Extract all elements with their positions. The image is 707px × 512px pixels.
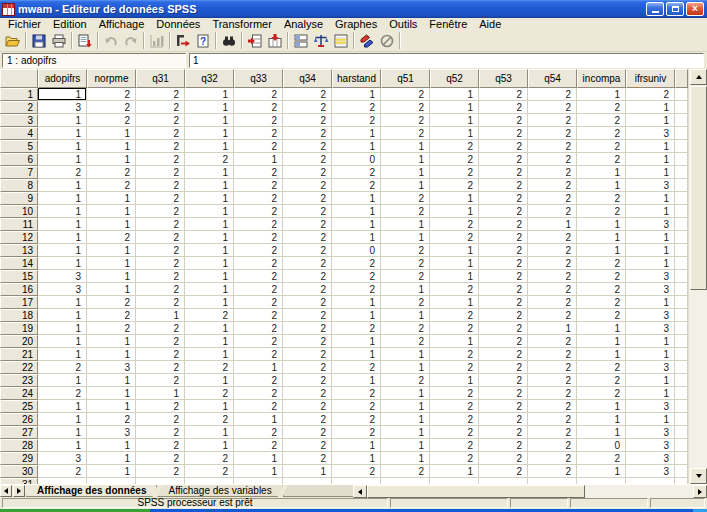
cell-r6-q52[interactable]: 2 xyxy=(430,153,479,166)
cell-r4-q31[interactable]: 2 xyxy=(136,127,185,140)
cell-r10-harstand[interactable]: 1 xyxy=(332,205,381,218)
cell-r28-adopifrs[interactable]: 1 xyxy=(38,439,87,452)
cell-r25-q54[interactable]: 2 xyxy=(528,400,577,413)
row-header-26[interactable]: 26 xyxy=(0,413,38,426)
cell-r3-harstand[interactable]: 2 xyxy=(332,114,381,127)
cell-r5-q32[interactable]: 1 xyxy=(185,140,234,153)
print-button[interactable] xyxy=(49,31,69,51)
cell-r25-q33[interactable]: 2 xyxy=(234,400,283,413)
cell-r28-q34[interactable]: 2 xyxy=(283,439,332,452)
cell-r27-incompa[interactable]: 1 xyxy=(577,426,626,439)
cell-r13-adopifrs[interactable]: 1 xyxy=(38,244,87,257)
cell-r15-incompa[interactable]: 2 xyxy=(577,270,626,283)
cell-r9-q51[interactable]: 2 xyxy=(381,192,430,205)
cell-r26-q31[interactable]: 2 xyxy=(136,413,185,426)
cell-r22-q53[interactable]: 2 xyxy=(479,361,528,374)
cell-r20-q34[interactable]: 2 xyxy=(283,335,332,348)
cell-r14-q34[interactable]: 2 xyxy=(283,257,332,270)
cell-r16-q51[interactable]: 1 xyxy=(381,283,430,296)
cell-r13-q54[interactable]: 2 xyxy=(528,244,577,257)
cell-r21-q53[interactable]: 2 xyxy=(479,348,528,361)
cell-r15-q53[interactable]: 2 xyxy=(479,270,528,283)
cell-r17-harstand[interactable]: 1 xyxy=(332,296,381,309)
column-header-q52[interactable]: q52 xyxy=(430,69,479,88)
cell-r5-harstand[interactable]: 1 xyxy=(332,140,381,153)
cell-r29-q52[interactable]: 2 xyxy=(430,452,479,465)
cell-r29-q54[interactable]: 2 xyxy=(528,452,577,465)
cell-r17-q32[interactable]: 1 xyxy=(185,296,234,309)
cell-r12-q51[interactable]: 1 xyxy=(381,231,430,244)
cell-r4-incompa[interactable]: 2 xyxy=(577,127,626,140)
row-header-5[interactable]: 5 xyxy=(0,140,38,153)
cell-r27-adopifrs[interactable]: 1 xyxy=(38,426,87,439)
cell-r25-q52[interactable]: 2 xyxy=(430,400,479,413)
cell-r19-incompa[interactable]: 1 xyxy=(577,322,626,335)
cell-r18-norpme[interactable]: 2 xyxy=(87,309,136,322)
tab-scroll-left-button[interactable] xyxy=(0,485,12,497)
cell-r28-q51[interactable]: 1 xyxy=(381,439,430,452)
cell-r1-ifrsuniv[interactable]: 2 xyxy=(626,88,675,101)
tab-affichage-des-donne-es[interactable]: Affichage des données xyxy=(26,485,157,497)
cell-r15-q33[interactable]: 2 xyxy=(234,270,283,283)
cell-r3-q52[interactable]: 1 xyxy=(430,114,479,127)
find-button[interactable] xyxy=(219,31,239,51)
cell-r12-harstand[interactable]: 1 xyxy=(332,231,381,244)
cell-r25-adopifrs[interactable]: 1 xyxy=(38,400,87,413)
cell-r29-q53[interactable]: 2 xyxy=(479,452,528,465)
cell-r27-q52[interactable]: 2 xyxy=(430,426,479,439)
cell-r17-q33[interactable]: 2 xyxy=(234,296,283,309)
select-cases-button[interactable] xyxy=(331,31,351,51)
cell-r29-harstand[interactable]: 1 xyxy=(332,452,381,465)
row-header-30[interactable]: 30 xyxy=(0,465,38,478)
cell-r11-harstand[interactable]: 1 xyxy=(332,218,381,231)
cell-r22-harstand[interactable]: 2 xyxy=(332,361,381,374)
cell-r25-incompa[interactable]: 1 xyxy=(577,400,626,413)
use-sets-button[interactable] xyxy=(377,31,397,51)
cell-r11-q51[interactable]: 1 xyxy=(381,218,430,231)
cell-r12-q54[interactable]: 2 xyxy=(528,231,577,244)
cell-r5-q34[interactable]: 2 xyxy=(283,140,332,153)
cell-r12-q34[interactable]: 2 xyxy=(283,231,332,244)
cell-r16-q34[interactable]: 2 xyxy=(283,283,332,296)
cell-r7-norpme[interactable]: 2 xyxy=(87,166,136,179)
cell-r15-q51[interactable]: 2 xyxy=(381,270,430,283)
cell-r28-q52[interactable]: 2 xyxy=(430,439,479,452)
row-header-4[interactable]: 4 xyxy=(0,127,38,140)
cell-r30-q52[interactable]: 1 xyxy=(430,465,479,478)
cell-r23-ifrsuniv[interactable]: 1 xyxy=(626,374,675,387)
close-button[interactable]: × xyxy=(686,2,704,16)
cell-r18-q54[interactable]: 2 xyxy=(528,309,577,322)
cell-r4-norpme[interactable]: 1 xyxy=(87,127,136,140)
grid-corner-cell[interactable] xyxy=(0,69,38,88)
cell-r15-adopifrs[interactable]: 3 xyxy=(38,270,87,283)
cell-r30-q31[interactable]: 2 xyxy=(136,465,185,478)
cell-r2-incompa[interactable]: 2 xyxy=(577,101,626,114)
cell-r1-norpme[interactable]: 2 xyxy=(87,88,136,101)
cell-r17-q52[interactable]: 1 xyxy=(430,296,479,309)
cell-r30-ifrsuniv[interactable]: 3 xyxy=(626,465,675,478)
cell-r1-q51[interactable]: 2 xyxy=(381,88,430,101)
column-header-harstand[interactable]: harstand xyxy=(332,69,381,88)
cell-r30-q33[interactable]: 1 xyxy=(234,465,283,478)
cell-r8-q54[interactable]: 2 xyxy=(528,179,577,192)
cell-r4-q34[interactable]: 2 xyxy=(283,127,332,140)
cell-r30-norpme[interactable]: 1 xyxy=(87,465,136,478)
row-header-17[interactable]: 17 xyxy=(0,296,38,309)
cell-r28-q33[interactable]: 2 xyxy=(234,439,283,452)
column-header-q51[interactable]: q51 xyxy=(381,69,430,88)
cell-r2-harstand[interactable]: 2 xyxy=(332,101,381,114)
cell-r13-norpme[interactable]: 1 xyxy=(87,244,136,257)
cell-r5-q54[interactable]: 2 xyxy=(528,140,577,153)
cell-r14-q32[interactable]: 1 xyxy=(185,257,234,270)
column-header-q53[interactable]: q53 xyxy=(479,69,528,88)
cell-r30-q54[interactable]: 2 xyxy=(528,465,577,478)
cell-r29-ifrsuniv[interactable]: 3 xyxy=(626,452,675,465)
row-header-13[interactable]: 13 xyxy=(0,244,38,257)
insert-variable-button[interactable] xyxy=(265,31,285,51)
row-header-29[interactable]: 29 xyxy=(0,452,38,465)
cell-r18-q33[interactable]: 2 xyxy=(234,309,283,322)
column-header-q34[interactable]: q34 xyxy=(283,69,332,88)
cell-r19-q51[interactable]: 2 xyxy=(381,322,430,335)
cell-r13-q33[interactable]: 2 xyxy=(234,244,283,257)
cell-r2-q31[interactable]: 2 xyxy=(136,101,185,114)
